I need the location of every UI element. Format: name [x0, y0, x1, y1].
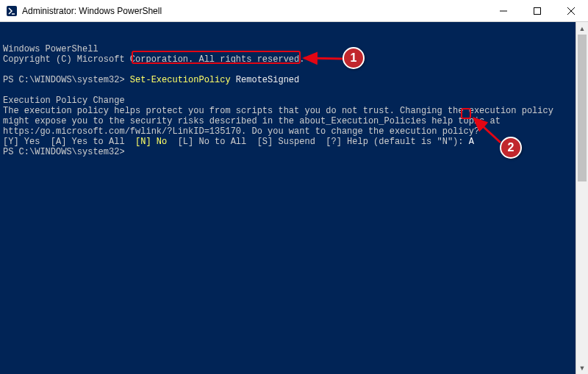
- scroll-thumb[interactable]: [578, 35, 587, 181]
- policy-body: The execution policy helps protect you f…: [3, 106, 559, 137]
- minimize-button[interactable]: [487, 0, 520, 22]
- vertical-scrollbar[interactable]: ▲ ▼: [576, 22, 588, 374]
- choice-rest: [L] No to All [S] Suspend [?] Help (defa…: [167, 137, 463, 147]
- powershell-icon: [6, 5, 18, 17]
- window-title: Administrator: Windows PowerShell: [22, 6, 487, 16]
- scroll-down-arrow[interactable]: ▼: [576, 362, 588, 374]
- user-input: A: [469, 137, 474, 147]
- prompt-2: PS C:\WINDOWS\system32>: [3, 147, 130, 157]
- choice-yes-all: [A] Yes to All: [51, 137, 135, 147]
- choice-no: [N] No: [135, 137, 167, 147]
- console-output: Windows PowerShell Copyright (C) Microso…: [0, 43, 576, 159]
- banner-line2: Copyright (C) Microsoft Corporation. All…: [3, 54, 304, 65]
- scroll-up-arrow[interactable]: ▲: [576, 22, 588, 35]
- console-area[interactable]: Windows PowerShell Copyright (C) Microso…: [0, 22, 588, 374]
- svg-rect-3: [534, 8, 541, 15]
- command-name: Set-ExecutionPolicy: [130, 75, 231, 85]
- window-titlebar: Administrator: Windows PowerShell: [0, 0, 588, 22]
- banner-line1: Windows PowerShell: [3, 44, 98, 54]
- window-controls: [487, 0, 588, 21]
- close-button[interactable]: [554, 0, 588, 22]
- policy-heading: Execution Policy Change: [3, 96, 125, 106]
- prompt-1: PS C:\WINDOWS\system32>: [3, 75, 130, 85]
- command-arg: RemoteSigned: [236, 75, 299, 85]
- choice-yes: [Y] Yes: [3, 137, 51, 147]
- maximize-button[interactable]: [520, 0, 554, 22]
